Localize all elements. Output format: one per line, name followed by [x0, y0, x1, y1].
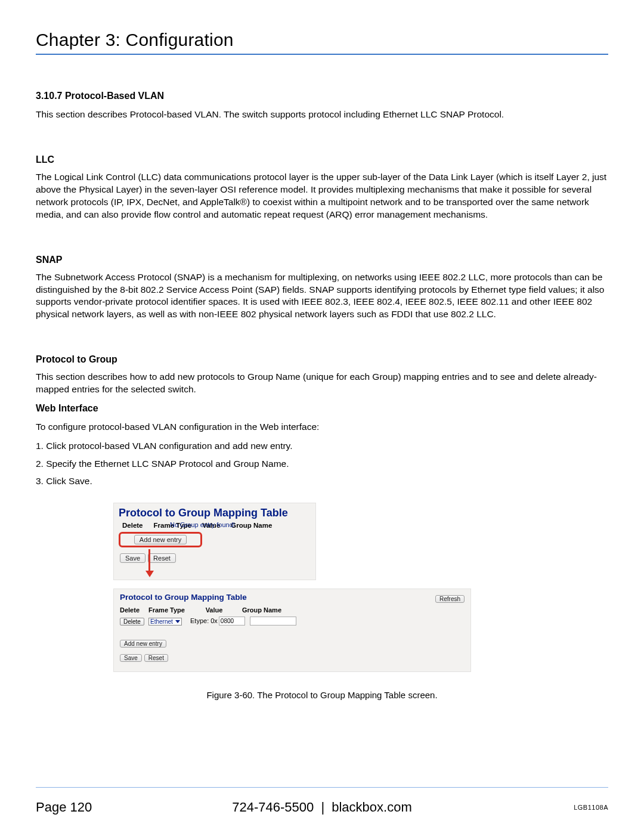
- step-2: 2. Specify the Ethernet LLC SNAP Protoco…: [36, 455, 608, 472]
- step-1: 1. Click protocol-based VLAN configurati…: [36, 437, 608, 454]
- section-intro: This section describes Protocol-based VL…: [36, 109, 608, 121]
- footer-contact: 724-746-5500 | blackbox.com: [232, 800, 412, 815]
- figure-caption: Figure 3-60. The Protocol to Group Mappi…: [36, 690, 608, 700]
- panel2-headers: Delete Frame Type Value Group Name: [114, 605, 470, 615]
- reset-button[interactable]: Reset: [148, 553, 176, 563]
- llc-text: The Logical Link Control (LLC) data comm…: [36, 171, 608, 221]
- snap-text: The Subnetwork Access Protocol (SNAP) is…: [36, 271, 608, 321]
- col-delete: Delete: [122, 522, 143, 529]
- chapter-title: Chapter 3: Configuration: [36, 30, 608, 55]
- groupname-input[interactable]: [250, 617, 296, 625]
- table-row: Delete Ethernet Etype: 0x: [114, 615, 470, 627]
- footer-phone: 724-746-5500: [232, 800, 314, 815]
- frametype-select[interactable]: Ethernet: [148, 618, 182, 625]
- etype-input[interactable]: [219, 617, 245, 625]
- mapping-table-panel-entry: Protocol to Group Mapping Table Refresh …: [113, 589, 471, 672]
- save-button[interactable]: Save: [120, 553, 145, 563]
- col-delete-2: Delete: [120, 606, 148, 614]
- llc-heading: LLC: [36, 154, 608, 165]
- panel2-title: Protocol to Group Mapping Table: [114, 589, 470, 605]
- etype-prefix: Etype: 0x: [190, 617, 218, 624]
- reset-button-2[interactable]: Reset: [144, 654, 168, 662]
- save-button-2[interactable]: Save: [120, 654, 142, 662]
- step-3: 3. Click Save.: [36, 472, 608, 490]
- web-heading: Web Interface: [36, 403, 608, 414]
- section-number-title: 3.10.7 Protocol-Based VLAN: [36, 91, 608, 101]
- panel1-title: Protocol to Group Mapping Table: [114, 503, 315, 521]
- web-intro: To configure protocol-based VLAN configu…: [36, 421, 608, 433]
- highlight-add-new: Add new entry: [119, 532, 202, 547]
- snap-heading: SNAP: [36, 255, 608, 265]
- footer-rule: [36, 787, 608, 788]
- p2g-text: This section describes how to add new pr…: [36, 371, 608, 396]
- refresh-button[interactable]: Refresh: [435, 595, 465, 603]
- p2g-heading: Protocol to Group: [36, 354, 608, 365]
- footer-site: blackbox.com: [332, 800, 412, 815]
- col-frametype-2: Frame Type: [148, 606, 190, 614]
- add-new-entry-button[interactable]: Add new entry: [134, 535, 187, 544]
- page-number: Page 120: [36, 800, 92, 815]
- row-delete-button[interactable]: Delete: [120, 618, 144, 625]
- model-number: LGB1108A: [574, 804, 608, 811]
- footer-separator: |: [321, 800, 324, 815]
- arrow-head-icon: [145, 571, 154, 577]
- add-new-entry-button-2[interactable]: Add new entry: [120, 640, 166, 648]
- value-cell: Etype: 0x: [190, 617, 250, 625]
- mapping-table-panel-empty: Protocol to Group Mapping Table Delete F…: [113, 503, 316, 580]
- col-groupname: Group Name: [231, 522, 272, 529]
- arrow-icon: [148, 549, 150, 572]
- col-groupname-2: Group Name: [238, 606, 286, 614]
- col-value-2: Value: [190, 606, 238, 614]
